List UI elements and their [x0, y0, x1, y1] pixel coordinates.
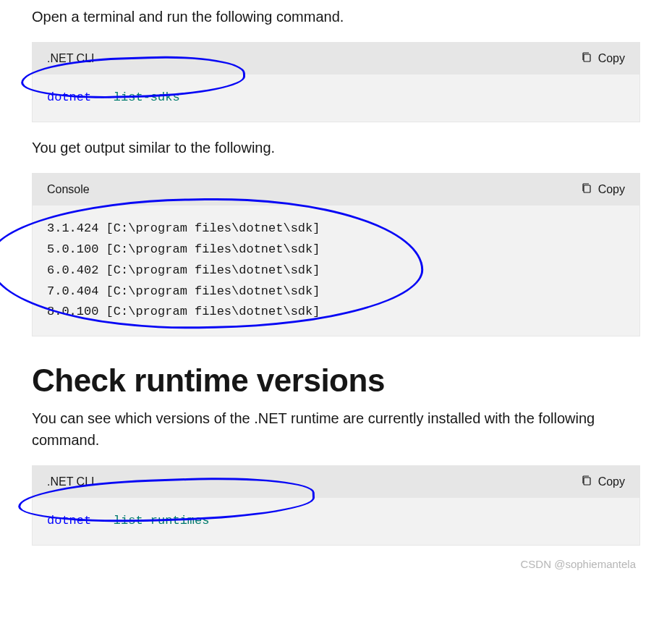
copy-icon: [581, 182, 592, 197]
code-language-label: .NET CLI: [47, 475, 95, 488]
code-header: Console Copy: [33, 174, 639, 206]
intro-paragraph-3: You can see which versions of the .NET r…: [32, 407, 640, 451]
intro-paragraph-2: You get output similar to the following.: [32, 137, 640, 158]
copy-label: Copy: [598, 183, 625, 196]
copy-icon: [581, 475, 592, 489]
code-header: .NET CLI Copy: [33, 466, 639, 498]
code-block-output: Console Copy 3.1.424 [C:\program files\d…: [32, 173, 640, 336]
section-heading-runtime: Check runtime versions: [32, 363, 640, 399]
code-content[interactable]: dotnet --list-runtimes: [33, 498, 639, 545]
code-block-list-runtimes: .NET CLI Copy dotnet --list-runtimes: [32, 465, 640, 546]
copy-label: Copy: [598, 475, 625, 488]
code-block-list-sdks: .NET CLI Copy dotnet --list-sdks: [32, 42, 640, 122]
svg-rect-2: [584, 478, 590, 485]
svg-rect-0: [584, 54, 590, 62]
copy-button[interactable]: Copy: [581, 51, 625, 66]
copy-icon: [581, 51, 592, 66]
code-language-label: Console: [47, 183, 90, 196]
intro-paragraph-1: Open a terminal and run the following co…: [32, 6, 640, 27]
code-language-label: .NET CLI: [47, 52, 95, 65]
copy-button[interactable]: Copy: [581, 475, 625, 489]
watermark-text: CSDN @sophiemantela: [521, 558, 636, 570]
copy-label: Copy: [598, 52, 625, 65]
copy-button[interactable]: Copy: [581, 182, 625, 197]
code-header: .NET CLI Copy: [33, 43, 639, 75]
svg-rect-1: [584, 185, 590, 192]
code-content[interactable]: 3.1.424 [C:\program files\dotnet\sdk] 5.…: [33, 206, 639, 336]
code-content[interactable]: dotnet --list-sdks: [33, 75, 639, 122]
